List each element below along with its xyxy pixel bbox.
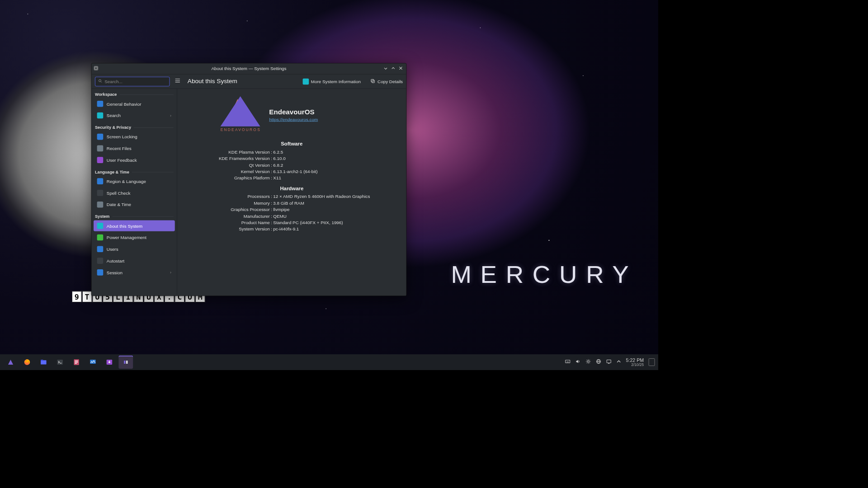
kv-value: 12 × AMD Ryzen 5 4600H with Radeon Graph… — [273, 194, 403, 199]
search-icon — [98, 78, 103, 84]
svg-point-29 — [587, 361, 589, 362]
copy-details-button[interactable]: Copy Details — [370, 78, 403, 84]
sidebar-item-icon — [97, 145, 104, 152]
sidebar-item-about-this-system[interactable]: About this System — [94, 221, 175, 231]
svg-rect-17 — [75, 363, 77, 364]
volume-icon[interactable] — [575, 359, 580, 365]
distro-name: EndeavourOS — [269, 108, 318, 116]
sidebar-item-session[interactable]: Session› — [94, 267, 175, 278]
brightness-icon[interactable] — [585, 359, 591, 365]
sidebar-category: System — [91, 211, 177, 220]
kv-value: llvmpipe — [273, 207, 403, 212]
sidebar-item-icon — [97, 269, 104, 276]
sidebar-item-spell-check[interactable]: Spell Check — [94, 188, 175, 198]
system-tray: 5:22 PM 2/10/25 — [565, 358, 655, 367]
sidebar-item-search[interactable]: Search› — [94, 110, 175, 121]
sidebar-item-icon — [97, 134, 104, 140]
system-settings-window: About this System — System Settings — [91, 63, 407, 296]
sidebar-category-label: Security & Privacy — [95, 125, 131, 130]
sidebar-item-label: Autostart — [107, 258, 124, 263]
distro-logo-wordmark: ENDEAVOUROS — [218, 128, 263, 132]
more-system-info-label: More System Information — [311, 79, 361, 84]
sidebar-item-region-language[interactable]: Region & Language — [94, 176, 175, 187]
kv-value: 6.8.2 — [273, 162, 403, 167]
taskbar-terminal[interactable] — [53, 356, 67, 369]
sidebar-item-label: Screen Locking — [107, 134, 137, 139]
taskbar-firefox[interactable] — [20, 356, 34, 369]
chevron-right-icon: › — [170, 113, 171, 118]
sidebar-item-label: User Feedback — [107, 157, 137, 162]
sidebar[interactable]: WorkspaceGeneral BehaviorSearch›Security… — [91, 89, 177, 296]
kv-key: System Version — [181, 226, 270, 231]
sidebar-item-date-time[interactable]: Date & Time — [94, 199, 175, 210]
sidebar-item-icon — [97, 258, 104, 264]
sidebar-item-label: Power Management — [107, 235, 146, 240]
sidebar-item-icon — [97, 178, 104, 184]
more-system-info-button[interactable]: More System Information — [303, 78, 361, 84]
svg-rect-15 — [75, 361, 78, 361]
sidebar-toggle-icon[interactable] — [173, 76, 182, 87]
kv-key: Graphics Platform — [181, 175, 270, 180]
kv-value: pc-i440fx-9.1 — [273, 226, 403, 231]
taskbar-clock[interactable]: 5:22 PM 2/10/25 — [626, 358, 644, 367]
kv-value: X11 — [273, 175, 403, 180]
sidebar-category: Workspace — [91, 89, 177, 98]
minimize-button[interactable] — [384, 66, 388, 71]
software-section-title: Software — [181, 141, 403, 147]
sidebar-item-autostart[interactable]: Autostart — [94, 255, 175, 266]
distro-brand: ENDEAVOUROS EndeavourOS https://endeavou… — [218, 96, 403, 134]
kv-value: 3.8 GiB of RAM — [273, 201, 403, 206]
svg-line-36 — [587, 363, 587, 363]
sidebar-item-users[interactable]: Users — [94, 244, 175, 254]
sidebar-item-icon — [97, 235, 104, 241]
tray-expand-icon[interactable] — [616, 359, 621, 365]
svg-rect-21 — [124, 361, 125, 364]
hardware-section-title: Hardware — [181, 185, 403, 191]
sidebar-item-general-behavior[interactable]: General Behavior — [94, 99, 175, 109]
sidebar-item-power-management[interactable]: Power Management — [94, 232, 175, 243]
clipboard-icon[interactable] — [606, 359, 612, 365]
close-button[interactable] — [399, 66, 403, 71]
sidebar-item-recent-files[interactable]: Recent Files — [94, 143, 175, 154]
clock-date: 2/10/25 — [626, 363, 644, 367]
kv-value: 6.10.0 — [273, 156, 403, 161]
hardware-table: Processors:12 × AMD Ryzen 5 4600H with R… — [181, 194, 403, 231]
svg-line-3 — [101, 81, 102, 82]
clock-time: 5:22 PM — [626, 358, 644, 363]
kv-value: QEMU — [273, 213, 403, 218]
kv-key: Manufacturer — [181, 213, 270, 218]
network-icon[interactable] — [596, 359, 601, 365]
svg-rect-12 — [41, 360, 43, 361]
wallpaper-label: MERCURY — [451, 260, 637, 288]
taskbar-system-monitor[interactable] — [86, 356, 100, 369]
sidebar-item-user-feedback[interactable]: User Feedback — [94, 155, 175, 165]
taskbar-software-install[interactable] — [102, 356, 117, 369]
sidebar-item-label: Region & Language — [107, 178, 146, 183]
sidebar-category: Language & Time — [91, 166, 177, 175]
taskbar-app-launcher[interactable] — [4, 356, 18, 369]
taskbar-file-manager[interactable] — [36, 356, 51, 369]
kv-key: Product Name — [181, 220, 270, 225]
maximize-button[interactable] — [391, 66, 395, 71]
svg-marker-9 — [8, 360, 13, 365]
sidebar-item-icon — [97, 202, 104, 208]
taskbar-xed-editor[interactable] — [69, 356, 84, 369]
keyboard-icon[interactable] — [565, 359, 571, 365]
titlebar[interactable]: About this System — System Settings — [91, 63, 406, 74]
search-field[interactable] — [104, 79, 166, 84]
content-area: ENDEAVOUROS EndeavourOS https://endeavou… — [177, 89, 406, 296]
kv-key: KDE Frameworks Version — [181, 156, 270, 161]
kv-value: 6.13.1-arch2-1 (64-bit) — [273, 169, 403, 174]
sidebar-item-icon — [97, 223, 104, 229]
sidebar-item-label: Search — [107, 113, 121, 118]
sidebar-category-label: Workspace — [95, 92, 117, 97]
search-input[interactable] — [95, 76, 170, 86]
distro-link[interactable]: https://endeavouros.com — [269, 117, 318, 122]
chevron-right-icon: › — [170, 270, 171, 275]
taskbar: 5:22 PM 2/10/25 — [0, 354, 658, 370]
show-desktop-button[interactable] — [649, 358, 655, 366]
taskbar-system-settings[interactable] — [118, 356, 133, 369]
sidebar-item-screen-locking[interactable]: Screen Locking — [94, 131, 175, 142]
sidebar-item-label: About this System — [107, 223, 142, 228]
page-title: About this System — [188, 78, 237, 85]
